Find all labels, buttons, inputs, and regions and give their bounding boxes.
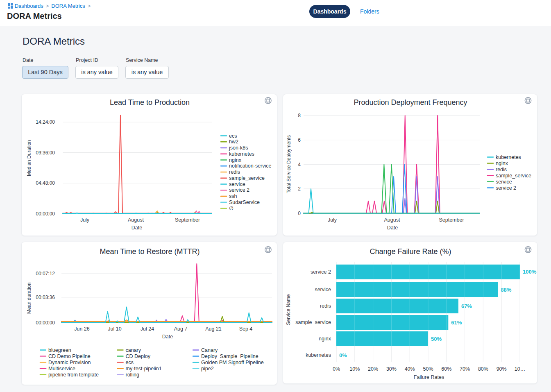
- svg-text:8: 8: [298, 113, 301, 118]
- svg-text:09:36:00: 09:36:00: [36, 150, 55, 156]
- svg-text:hw2: hw2: [229, 139, 238, 145]
- svg-text:bluegreen: bluegreen: [48, 347, 71, 353]
- svg-text:canary: canary: [126, 347, 141, 353]
- svg-text:service 2: service 2: [311, 269, 331, 275]
- svg-text:redis: redis: [320, 303, 331, 309]
- svg-text:Deploy_Sample_Pipeline: Deploy_Sample_Pipeline: [201, 353, 258, 359]
- svg-text:September: September: [175, 217, 200, 223]
- svg-text:Dynamic Provision: Dynamic Provision: [48, 360, 91, 365]
- svg-text:Failure Rates: Failure Rates: [414, 374, 444, 380]
- svg-text:0: 0: [298, 211, 301, 216]
- svg-text:Date: Date: [132, 225, 142, 231]
- svg-text:61%: 61%: [451, 319, 462, 326]
- svg-text:ssh: ssh: [229, 193, 237, 199]
- svg-text:Date: Date: [387, 225, 398, 231]
- svg-text:80%: 80%: [478, 366, 488, 372]
- svg-text:04:48:00: 04:48:00: [36, 180, 55, 186]
- svg-text:00:07:12: 00:07:12: [36, 271, 55, 276]
- svg-text:sample_service: sample_service: [496, 173, 531, 179]
- svg-text:88%: 88%: [501, 287, 511, 293]
- svg-text:14:24:00: 14:24:00: [36, 119, 55, 125]
- svg-text:kubernetes: kubernetes: [496, 154, 521, 160]
- svg-text:nginx: nginx: [229, 157, 242, 163]
- svg-text:4: 4: [298, 162, 301, 168]
- svg-text:00:00:00: 00:00:00: [36, 211, 55, 217]
- svg-text:service 2: service 2: [229, 187, 249, 193]
- svg-text:ecs: ecs: [229, 133, 237, 139]
- svg-text:my-test-pipelin1: my-test-pipelin1: [126, 366, 162, 372]
- svg-text:Mean Time to Restore (MTTR): Mean Time to Restore (MTTR): [100, 247, 200, 256]
- svg-text:redis: redis: [229, 169, 240, 175]
- svg-text:20%: 20%: [368, 366, 378, 372]
- svg-text:kubernetes: kubernetes: [229, 151, 254, 157]
- svg-text:6: 6: [298, 137, 301, 143]
- svg-text:00:00:00: 00:00:00: [36, 320, 55, 326]
- svg-text:00:03:36: 00:03:36: [36, 295, 55, 300]
- svg-text:Aug 7: Aug 7: [174, 326, 188, 332]
- svg-text:100%: 100%: [523, 269, 537, 275]
- svg-text:Canary: Canary: [201, 347, 218, 353]
- svg-text:July: July: [328, 217, 337, 223]
- svg-text:sample_service: sample_service: [295, 319, 331, 325]
- svg-text:sample_service: sample_service: [229, 175, 265, 181]
- svg-text:50%: 50%: [423, 366, 433, 372]
- svg-text:CD Demo Pipeline: CD Demo Pipeline: [48, 353, 91, 359]
- svg-text:Golden PM Signoff Pipeline: Golden PM Signoff Pipeline: [201, 360, 264, 365]
- svg-text:∅: ∅: [229, 206, 234, 211]
- svg-text:67%: 67%: [461, 303, 472, 309]
- svg-text:Production Deployment Frequenc: Production Deployment Frequency: [354, 98, 467, 106]
- svg-text:pipe2: pipe2: [201, 366, 214, 372]
- svg-text:kubernetes: kubernetes: [306, 352, 331, 358]
- svg-text:60%: 60%: [441, 366, 451, 372]
- svg-text:Aug 21: Aug 21: [205, 326, 222, 332]
- svg-text:Service Name: Service Name: [286, 294, 291, 325]
- svg-text:service 2: service 2: [496, 185, 516, 191]
- svg-text:CD Deploy: CD Deploy: [126, 353, 151, 359]
- svg-text:40%: 40%: [405, 366, 415, 372]
- svg-text:nginx: nginx: [496, 161, 508, 166]
- svg-text:30%: 30%: [386, 366, 397, 372]
- svg-text:September: September: [439, 217, 464, 223]
- svg-text:pipeline from template: pipeline from template: [48, 372, 99, 378]
- svg-text:Sep 4: Sep 4: [239, 326, 253, 332]
- svg-text:Multiservice: Multiservice: [48, 366, 75, 372]
- svg-text:0%: 0%: [333, 366, 340, 372]
- svg-text:json-k8s: json-k8s: [229, 145, 248, 151]
- svg-text:service: service: [229, 181, 245, 187]
- svg-text:Median Duration: Median Duration: [26, 140, 32, 176]
- svg-text:Jul 10: Jul 10: [108, 326, 121, 332]
- svg-text:SudarService: SudarService: [229, 199, 260, 205]
- svg-text:Date: Date: [162, 334, 173, 340]
- svg-text:ecs: ecs: [126, 360, 134, 365]
- svg-text:service: service: [496, 179, 512, 185]
- svg-text:10%: 10%: [349, 366, 360, 372]
- svg-text:July: July: [80, 217, 90, 223]
- svg-text:90%: 90%: [497, 366, 507, 372]
- svg-text:0%: 0%: [339, 352, 347, 358]
- svg-text:10…: 10…: [515, 366, 525, 372]
- svg-text:2: 2: [298, 186, 301, 192]
- svg-text:70%: 70%: [460, 366, 470, 372]
- svg-text:Total Service Deployments: Total Service Deployments: [286, 135, 292, 193]
- svg-text:nginx: nginx: [319, 336, 331, 342]
- svg-text:Lead Time to Production: Lead Time to Production: [110, 98, 190, 106]
- svg-text:redis: redis: [496, 167, 507, 172]
- svg-text:rolling: rolling: [126, 372, 139, 378]
- svg-text:Jul 24: Jul 24: [141, 326, 154, 332]
- svg-text:service: service: [315, 287, 331, 292]
- svg-text:August: August: [384, 217, 400, 223]
- svg-text:August: August: [128, 217, 144, 223]
- svg-text:Mean duration: Mean duration: [26, 283, 32, 314]
- svg-text:50%: 50%: [431, 336, 442, 342]
- svg-text:Change Failure Rate (%): Change Failure Rate (%): [370, 247, 451, 256]
- svg-text:notification-service: notification-service: [229, 163, 272, 169]
- svg-text:Jun 26: Jun 26: [74, 326, 90, 332]
